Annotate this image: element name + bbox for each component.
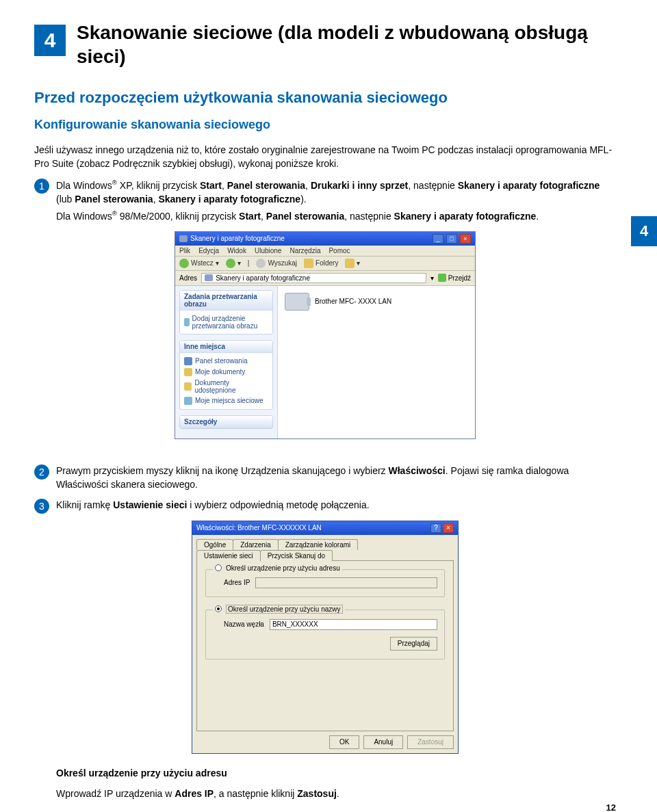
forward-button[interactable]: ▾ bbox=[226, 259, 241, 268]
go-icon bbox=[438, 274, 446, 282]
radio-by-address-label: Określ urządzenie przy użyciu adresu bbox=[226, 564, 340, 572]
device-label: Brother MFC- XXXX LAN bbox=[315, 298, 391, 305]
step-1-text-2: Dla Windows® 98/Me/2000, kliknij przycis… bbox=[56, 209, 616, 223]
tab-events[interactable]: Zdarzenia bbox=[233, 539, 278, 550]
minimize-button[interactable]: _ bbox=[433, 234, 443, 244]
close-button[interactable]: × bbox=[460, 234, 471, 244]
tab-general[interactable]: Ogólne bbox=[196, 539, 233, 550]
radio-by-address[interactable] bbox=[215, 564, 222, 571]
places-header: Inne miejsca bbox=[180, 341, 272, 353]
device-icon bbox=[184, 318, 190, 326]
step-1: 1 Dla Windows® XP, kliknij przycisk Star… bbox=[34, 178, 616, 226]
cpl-icon bbox=[184, 357, 192, 365]
explorer-window: Skanery i aparaty fotograficzne _ □ × Pl… bbox=[175, 231, 476, 439]
menu-help[interactable]: Pomoc bbox=[328, 247, 350, 254]
close-button[interactable]: × bbox=[443, 523, 454, 533]
views-icon bbox=[345, 259, 355, 268]
back-button[interactable]: Wstecz ▾ bbox=[179, 259, 219, 268]
dialog-titlebar: Właściwości: Brother MFC-XXXXXX LAN ? × bbox=[192, 521, 458, 535]
address-field[interactable]: Skanery i aparaty fotograficzne bbox=[201, 273, 426, 283]
menu-file[interactable]: Plik bbox=[179, 247, 190, 254]
nodename-label: Nazwa węzła bbox=[224, 620, 264, 628]
spec-body: Wprowadź IP urządzenia w Adres IP, a nas… bbox=[56, 787, 616, 800]
step-2: 2 Prawym przyciskiem myszy kliknij na ik… bbox=[34, 464, 616, 495]
details-header: Szczegóły bbox=[180, 416, 272, 428]
side-panel: Zadania przetwarzania obrazu Dodaj urząd… bbox=[175, 286, 278, 438]
address-label: Adres bbox=[179, 274, 197, 282]
group-by-name: Określ urządzenie przy użyciu nazwy Nazw… bbox=[205, 610, 445, 659]
spec-heading: Określ urządzenie przy użyciu adresu bbox=[56, 766, 616, 780]
tasks-header: Zadania przetwarzania obrazu bbox=[180, 291, 272, 311]
menu-edit[interactable]: Edycja bbox=[198, 247, 219, 254]
step-3-text: Kliknij ramkę Ustawienie sieci i wybierz… bbox=[56, 498, 616, 512]
views-button[interactable]: ▾ bbox=[345, 259, 360, 268]
menu-view[interactable]: Widok bbox=[227, 247, 246, 254]
group-by-address: Określ urządzenie przy użyciu adresu Adr… bbox=[205, 569, 445, 597]
scanner-icon bbox=[285, 293, 309, 311]
step-1-text: Dla Windows® XP, kliknij przycisk Start,… bbox=[56, 178, 616, 206]
folders-button[interactable]: Foldery bbox=[304, 259, 338, 268]
back-icon bbox=[179, 259, 189, 268]
camera-icon bbox=[205, 274, 213, 281]
forward-icon bbox=[226, 259, 235, 268]
browse-button[interactable]: Przeglądaj bbox=[390, 637, 437, 651]
tab-color[interactable]: Zarządzanie kolorami bbox=[278, 539, 359, 550]
address-value: Skanery i aparaty fotograficzne bbox=[216, 274, 310, 282]
menu-tools[interactable]: Narzędzia bbox=[289, 247, 320, 254]
dialog-title: Właściwości: Brother MFC-XXXXXX LAN bbox=[196, 524, 322, 532]
step-number-1: 1 bbox=[34, 179, 49, 194]
folder-icon bbox=[304, 259, 313, 268]
chapter-number-box: 4 bbox=[34, 25, 66, 56]
camera-icon bbox=[179, 235, 188, 242]
ok-button[interactable]: OK bbox=[329, 735, 359, 749]
properties-dialog: Właściwości: Brother MFC-XXXXXX LAN ? × … bbox=[192, 521, 459, 754]
menu-favorites[interactable]: Ulubione bbox=[255, 247, 281, 254]
intro-paragraph: Jeśli używasz innego urządzenia niż to, … bbox=[34, 143, 616, 171]
step-number-2: 2 bbox=[34, 464, 49, 480]
toolbar: Wstecz ▾ ▾ | Wyszukaj Foldery ▾ bbox=[175, 257, 475, 271]
radio-by-name[interactable] bbox=[215, 605, 222, 612]
page-title: Skanowanie sieciowe (dla modeli z wbudow… bbox=[77, 21, 616, 68]
place-control-panel[interactable]: Panel sterowania bbox=[184, 356, 268, 367]
radio-by-name-label: Określ urządzenie przy użyciu nazwy bbox=[226, 605, 343, 614]
cancel-button[interactable]: Anuluj bbox=[363, 735, 403, 749]
step-3: 3 Kliknij ramkę Ustawienie sieci i wybie… bbox=[34, 498, 616, 514]
apply-button[interactable]: Zastosuj bbox=[407, 735, 454, 749]
shared-icon bbox=[184, 382, 192, 391]
docs-icon bbox=[184, 368, 192, 376]
tab-panel: Określ urządzenie przy użyciu adresu Adr… bbox=[196, 560, 454, 731]
explorer-content: Brother MFC- XXXX LAN bbox=[278, 286, 475, 438]
page-number: 12 bbox=[606, 802, 616, 812]
window-title: Skanery i aparaty fotograficzne bbox=[190, 235, 285, 242]
tab-scan-to[interactable]: Przycisk Skanuj do bbox=[260, 550, 333, 561]
place-shared-docs[interactable]: Dokumenty udostępnione bbox=[184, 378, 268, 395]
maximize-button[interactable]: □ bbox=[446, 234, 457, 244]
side-tab: 4 bbox=[631, 216, 657, 246]
go-button[interactable]: Przejdź bbox=[438, 274, 471, 282]
step-number-3: 3 bbox=[34, 499, 49, 514]
section-heading: Przed rozpoczęciem użytkowania skanowani… bbox=[34, 89, 616, 107]
place-my-documents[interactable]: Moje dokumenty bbox=[184, 367, 268, 378]
tab-network-settings[interactable]: Ustawienie sieci bbox=[196, 550, 261, 561]
window-titlebar: Skanery i aparaty fotograficzne _ □ × bbox=[175, 232, 475, 246]
scanner-device-item[interactable]: Brother MFC- XXXX LAN bbox=[285, 293, 468, 311]
address-bar: Adres Skanery i aparaty fotograficzne ▾ … bbox=[175, 271, 475, 286]
ip-field-label: Adres IP bbox=[224, 579, 250, 586]
task-add-device[interactable]: Dodaj urządzenie przetwarzania obrazu bbox=[184, 313, 268, 331]
help-button[interactable]: ? bbox=[430, 523, 441, 533]
subsection-heading: Konfigurowanie skanowania sieciowego bbox=[34, 118, 616, 132]
search-button[interactable]: Wyszukaj bbox=[256, 259, 297, 268]
place-network[interactable]: Moje miejsca sieciowe bbox=[184, 395, 268, 406]
ip-input[interactable] bbox=[255, 577, 437, 588]
search-icon bbox=[256, 259, 266, 268]
nodename-input[interactable]: BRN_XXXXXX bbox=[270, 619, 437, 630]
step-2-text: Prawym przyciskiem myszy kliknij na ikon… bbox=[56, 464, 616, 492]
menu-bar: Plik Edycja Widok Ulubione Narzędzia Pom… bbox=[175, 246, 475, 257]
net-icon bbox=[184, 397, 192, 405]
